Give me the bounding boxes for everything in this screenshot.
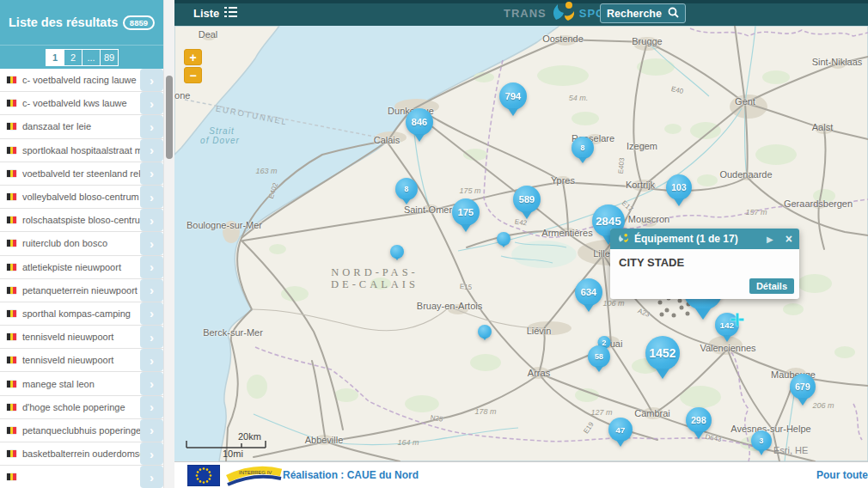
list-item[interactable]: petanqueterrein nieuwpoort › (0, 279, 163, 302)
chevron-right-icon[interactable]: › (140, 162, 163, 185)
map-label: 106 m (602, 299, 624, 308)
chevron-right-icon[interactable]: › (140, 302, 163, 325)
details-button[interactable]: Détails (749, 278, 794, 294)
page-button[interactable]: 2 (64, 49, 83, 66)
map-cluster-marker[interactable]: 634 (575, 278, 602, 312)
list-item[interactable]: voetbalveld ter steenland rekkem › (0, 162, 163, 186)
map-cluster-marker[interactable]: 47 (608, 418, 633, 447)
map-label: Saint-Omer (404, 204, 452, 215)
map-dot (658, 301, 663, 305)
list-item-label: tennisveld nieuwpoort (22, 332, 140, 342)
list-item[interactable]: sportlokaal hospitaalstraat menen (... › (0, 139, 163, 162)
chevron-right-icon[interactable]: › (140, 186, 163, 208)
chevron-right-icon[interactable]: › (140, 115, 163, 137)
liste-toggle-button[interactable]: Liste (193, 0, 237, 26)
map-label: Abbeville (305, 435, 344, 445)
page-button[interactable]: 89 (100, 49, 119, 66)
chevron-right-icon[interactable]: › (140, 442, 163, 465)
marker-tail (501, 244, 506, 247)
list-item[interactable]: c- voetbalveld racing lauwe › (0, 69, 163, 92)
marker-count: 794 (499, 82, 527, 110)
map-attribution: Esri, HE (773, 445, 808, 455)
map-label: E403 (617, 157, 627, 174)
list-item[interactable]: manege stal leon › (0, 372, 163, 395)
list-item-label: manege stal leon (22, 379, 140, 389)
sidebar-scrollbar[interactable] (163, 0, 174, 488)
next-arrow-icon[interactable]: ▶ (767, 235, 773, 244)
map-cluster-marker[interactable]: 3 (751, 430, 772, 455)
chevron-right-icon[interactable]: › (140, 279, 163, 302)
page-button[interactable]: ... (82, 49, 101, 66)
map-cluster-marker[interactable]: 8 (572, 137, 594, 163)
chevron-right-icon[interactable]: › (140, 396, 163, 418)
marker-tail (584, 304, 594, 312)
chevron-right-icon[interactable]: › (140, 326, 163, 348)
chevron-right-icon[interactable]: › (140, 92, 163, 114)
footer-bar: INTERREG IV Réalisation : CAUE du Nord P… (174, 461, 868, 488)
trans-sport-mini-icon (617, 231, 629, 247)
list-item-label: c- voetbalveld racing lauwe (22, 75, 140, 85)
map-cluster-marker[interactable] (497, 232, 510, 247)
belgium-flag-icon (7, 217, 16, 223)
recherche-button[interactable]: Recherche (600, 3, 686, 23)
list-item[interactable]: c- voetbalveld kws lauwe › (0, 92, 163, 115)
interreg-logo: INTERREG IV (226, 463, 283, 488)
list-item-label: d'hoge schole poperinge (22, 402, 140, 412)
marker-tail (695, 308, 711, 320)
chevron-right-icon[interactable]: › (140, 349, 163, 371)
chevron-right-icon[interactable]: › (140, 209, 163, 231)
map-label: Izegem (627, 141, 657, 151)
belgium-flag-icon (7, 123, 16, 130)
map-cluster-marker[interactable]: 679 (790, 374, 816, 406)
map-cluster-marker[interactable]: 175 (452, 198, 480, 232)
list-item-label: danszaal ter leie (22, 121, 140, 131)
belgium-flag-icon (7, 310, 16, 317)
chevron-right-icon[interactable]: › (140, 232, 163, 254)
list-item[interactable]: tennisveld nieuwpoort › (0, 326, 163, 349)
chevron-right-icon[interactable]: › (140, 466, 163, 488)
list-item[interactable]: basketbalterrein ouderdomseweg ... › (0, 442, 163, 466)
list-item[interactable]: volleybalveld bloso-centrum nieuw... › (0, 186, 163, 209)
list-item[interactable]: danszaal ter leie › (0, 115, 163, 138)
chevron-right-icon[interactable]: › (140, 372, 163, 394)
chevron-right-icon[interactable]: › (140, 69, 163, 91)
list-item[interactable]: tennisveld nieuwpoort › (0, 349, 163, 372)
chevron-right-icon[interactable]: › (140, 419, 163, 442)
info-link[interactable]: Pour toute inf (816, 469, 868, 481)
belgium-flag-icon (7, 357, 16, 363)
list-item[interactable]: sporthal kompas-camping › (0, 302, 163, 326)
map-cluster-marker[interactable]: 8 (395, 178, 418, 204)
list-item[interactable]: d'hoge schole poperinge › (0, 396, 163, 419)
belgium-flag-icon (7, 193, 16, 200)
map-label: Ypres (551, 175, 575, 186)
map-cluster-marker[interactable]: 1452 (645, 336, 680, 379)
list-item[interactable]: petanqueclubhuis poperinge › (0, 419, 163, 442)
map-cluster-marker[interactable]: 794 (499, 82, 527, 116)
map-cluster-marker[interactable] (390, 245, 404, 260)
interreg-label: INTERREG IV (239, 470, 272, 475)
map-canvas[interactable]: DealstoneOostendeBruggeSint-NiklaasGentA… (174, 26, 868, 461)
list-item[interactable]: rolschaatspiste bloso-centrum nie... › (0, 209, 163, 232)
list-item[interactable]: ruiterclub don bosco › (0, 232, 163, 255)
map-cluster-marker[interactable]: 589 (513, 186, 541, 219)
chevron-right-icon[interactable]: › (140, 256, 163, 278)
chevron-right-icon[interactable]: › (140, 139, 163, 162)
map-cluster-marker[interactable]: 298 (686, 407, 712, 439)
page-button[interactable]: 1 (46, 49, 64, 66)
map-label: Armentières (541, 228, 592, 238)
marker-tail (723, 335, 731, 342)
scrollbar-thumb[interactable] (166, 76, 173, 159)
zoom-in-button[interactable]: + (184, 49, 202, 65)
map-label: NORD-PAS- (331, 266, 419, 279)
list-item[interactable]: › (0, 466, 163, 488)
marker-count: 175 (452, 198, 480, 226)
map-cluster-marker[interactable]: 103 (666, 174, 692, 206)
list-icon (224, 7, 237, 20)
close-icon[interactable]: × (785, 232, 792, 246)
map-cluster-marker[interactable]: 846 (406, 108, 433, 142)
results-header: Liste des résultats 8859 (0, 0, 163, 46)
list-item[interactable]: atletiekpiste nieuwpoort › (0, 256, 163, 279)
map-cluster-marker[interactable] (478, 325, 492, 340)
zoom-out-button[interactable]: − (184, 67, 202, 83)
map-cluster-marker[interactable]: 58 (588, 345, 610, 372)
